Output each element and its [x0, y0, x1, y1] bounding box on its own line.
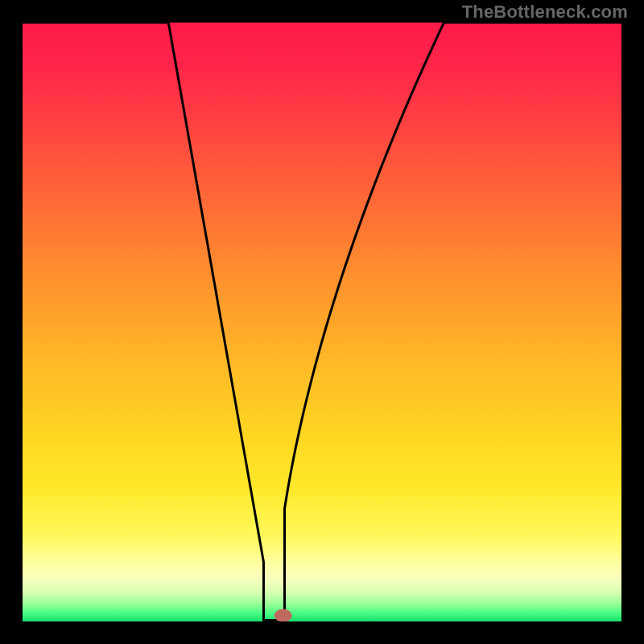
optimum-marker: [275, 609, 292, 621]
watermark-text: TheBottleneck.com: [462, 2, 628, 23]
gradient-background: [23, 23, 621, 621]
plot-area: [23, 23, 621, 621]
bottleneck-chart: [23, 23, 621, 621]
chart-frame: TheBottleneck.com: [0, 0, 644, 644]
